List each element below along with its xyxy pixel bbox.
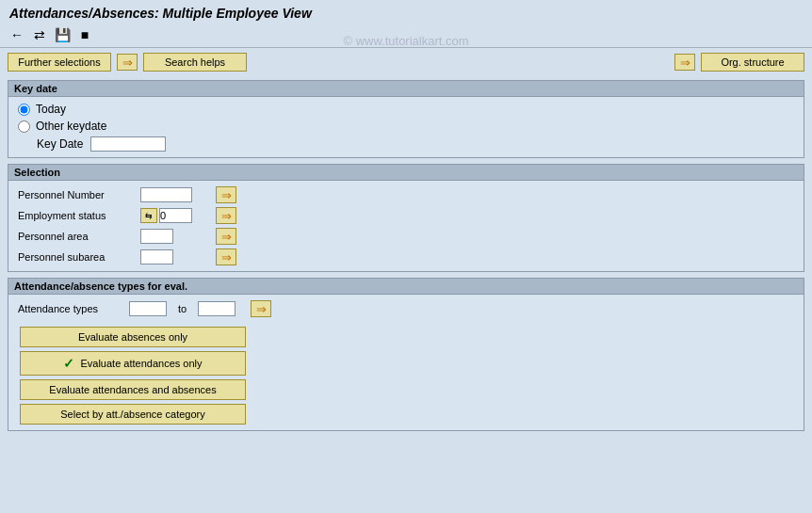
evaluate-absences-only-button[interactable]: Evaluate absences only (20, 327, 246, 347)
key-date-input[interactable] (90, 136, 166, 152)
employment-status-picker-icon[interactable]: ⇆ (140, 208, 157, 223)
main-content: Key date Today Other keydate Key Date Se… (0, 76, 812, 435)
key-date-input-row: Key Date (37, 136, 794, 152)
key-date-body: Today Other keydate Key Date (8, 97, 804, 157)
employment-status-input[interactable] (159, 208, 192, 223)
selection-section-header: Selection (8, 165, 804, 181)
page-title: Attendances/Absences: Multiple Employee … (9, 6, 803, 21)
search-helps-label: Search helps (165, 56, 225, 68)
attendance-types-to-input[interactable] (198, 301, 235, 316)
to-label: to (178, 303, 187, 314)
evaluate-attendances-only-button[interactable]: ✓ Evaluate attendances only (20, 351, 246, 376)
evaluate-attendances-and-absences-label: Evaluate attendances and absences (49, 384, 216, 395)
personnel-number-input[interactable] (140, 187, 192, 202)
save-icon[interactable]: 💾 (53, 25, 72, 44)
select-by-category-label: Select by att./absence category (60, 409, 204, 420)
further-selections-arrow-icon[interactable]: ⇒ (117, 54, 138, 71)
personnel-area-input[interactable] (140, 229, 173, 244)
attendance-absence-body: Attendance types to ⇒ Evaluate absences … (8, 295, 804, 430)
attendance-types-from-input[interactable] (129, 301, 167, 316)
other-keydate-radio[interactable] (18, 120, 30, 133)
select-by-category-button[interactable]: Select by att./absence category (20, 404, 246, 425)
personnel-subarea-input[interactable] (140, 249, 173, 265)
evaluate-attendances-and-absences-button[interactable]: Evaluate attendances and absences (20, 379, 246, 400)
evaluate-buttons-group: Evaluate absences only ✓ Evaluate attend… (20, 327, 246, 425)
attendance-types-label: Attendance types (18, 303, 122, 314)
checkmark-icon: ✓ (63, 356, 74, 371)
toolbar: ← ⇄ 💾 ■ (0, 23, 812, 48)
org-structure-button[interactable]: Org. structure (701, 53, 804, 72)
today-label[interactable]: Today (36, 103, 66, 116)
evaluate-absences-only-label: Evaluate absences only (78, 331, 187, 343)
today-radio-row: Today (18, 103, 794, 116)
action-bar: Further selections ⇒ Search helps ⇒ Org.… (0, 48, 812, 76)
personnel-number-label: Personnel Number (18, 189, 140, 200)
execute-icon[interactable]: ■ (75, 25, 94, 44)
today-radio[interactable] (18, 104, 30, 116)
further-selections-label: Further selections (18, 56, 100, 68)
org-structure-label: Org. structure (721, 56, 784, 68)
employment-status-label: Employment status (18, 210, 140, 221)
personnel-area-arrow-icon[interactable]: ⇒ (216, 228, 236, 245)
attendance-types-arrow-icon[interactable]: ⇒ (251, 300, 271, 317)
key-date-section: Key date Today Other keydate Key Date (8, 80, 804, 158)
selection-body: Personnel Number ⇒ Employment status ⇆ ⇒… (8, 181, 804, 271)
key-date-field-label: Key Date (37, 137, 83, 151)
personnel-subarea-label: Personnel subarea (18, 251, 140, 263)
attendance-absence-section-header: Attendance/absence types for eval. (8, 279, 804, 295)
personnel-subarea-arrow-icon[interactable]: ⇒ (216, 248, 236, 265)
search-helps-button[interactable]: Search helps (143, 53, 247, 72)
attendance-types-row: Attendance types to ⇒ (18, 300, 794, 317)
other-keydate-radio-row: Other keydate (18, 120, 794, 133)
key-date-section-header: Key date (8, 81, 804, 97)
employment-status-arrow-icon[interactable]: ⇒ (216, 207, 236, 224)
attendance-absence-section: Attendance/absence types for eval. Atten… (8, 278, 804, 431)
employment-status-wrap: ⇆ (140, 208, 216, 223)
personnel-number-arrow-icon[interactable]: ⇒ (216, 186, 236, 203)
title-bar: Attendances/Absences: Multiple Employee … (0, 0, 812, 23)
evaluate-attendances-only-label: Evaluate attendances only (80, 358, 202, 369)
forward-icon[interactable]: ⇄ (30, 25, 49, 44)
further-selections-button[interactable]: Further selections (8, 53, 111, 72)
org-structure-arrow-icon[interactable]: ⇒ (674, 54, 695, 71)
back-icon[interactable]: ← (8, 25, 26, 44)
personnel-area-label: Personnel area (18, 231, 140, 242)
selection-section: Selection Personnel Number ⇒ Employment … (8, 164, 804, 272)
other-keydate-label[interactable]: Other keydate (36, 120, 106, 133)
